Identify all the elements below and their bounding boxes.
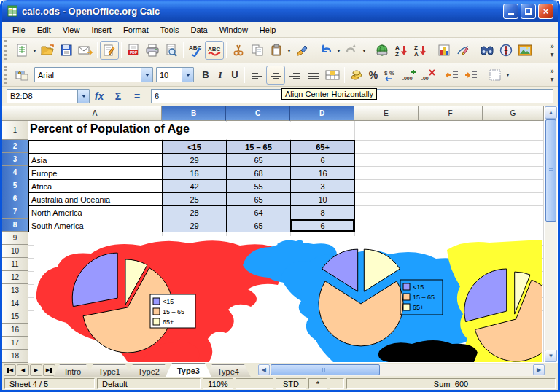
auto-spellcheck-button[interactable]: ABC [205, 41, 224, 60]
sheet-tab-type1[interactable]: Type1 [87, 364, 132, 377]
cell-a1-title[interactable]: Percent of Population of Age [30, 122, 343, 139]
cell-header-c2[interactable]: 15 – 65 [227, 141, 291, 154]
font-name-combo[interactable]: Arial [34, 67, 153, 82]
borders-dropdown[interactable]: ▼ [505, 66, 511, 85]
align-left-button[interactable] [247, 66, 266, 85]
row-header-1[interactable]: 1 [2, 121, 28, 140]
undo-dropdown[interactable]: ▼ [335, 41, 342, 60]
cell-value[interactable]: 64 [227, 206, 291, 219]
new-document-dropdown[interactable]: ▼ [31, 41, 38, 60]
cut-button[interactable] [229, 41, 248, 60]
insert-chart-button[interactable] [435, 41, 454, 60]
menu-tools[interactable]: Tools [155, 23, 185, 36]
cell-grid[interactable]: Percent of Population of Age <1515 – 656… [28, 121, 544, 362]
horizontal-scroll-thumb[interactable] [271, 364, 380, 375]
show-draw-functions-button[interactable] [454, 41, 472, 60]
hyperlink-button[interactable] [373, 41, 392, 60]
menu-file[interactable]: File [7, 23, 31, 36]
row-header-15[interactable]: 15 [2, 310, 28, 324]
align-center-button[interactable] [266, 66, 285, 85]
chart-object[interactable]: <1515 – 6565+<1515 – 6565+ [34, 236, 542, 362]
status-sum-indicator[interactable]: Sum=600 [346, 378, 556, 389]
increase-indent-button[interactable] [462, 66, 481, 85]
cell-value[interactable]: 29 [163, 219, 227, 232]
row-header-14[interactable]: 14 [2, 297, 28, 310]
sort-ascending-button[interactable]: AZ [392, 41, 411, 60]
menu-window[interactable]: Window [214, 23, 254, 36]
next-sheet-button[interactable]: ▶ [30, 364, 42, 376]
copy-button[interactable] [248, 41, 267, 60]
toolbar-grip[interactable] [4, 40, 9, 60]
row-header-3[interactable]: 3 [2, 153, 28, 166]
print-button[interactable] [143, 41, 162, 60]
styles-button[interactable] [12, 66, 31, 85]
sum-button[interactable]: Σ [109, 90, 128, 102]
cell-value[interactable]: 10 [291, 193, 355, 206]
column-header-b[interactable]: B [162, 106, 226, 121]
vertical-scroll-track[interactable] [545, 222, 557, 350]
cell-header-b2[interactable]: <15 [163, 141, 227, 154]
toolbar-overflow-button[interactable]: »▾ [546, 39, 558, 61]
cell-row-label[interactable]: Europe [29, 167, 163, 180]
row-header-9[interactable]: 9 [2, 232, 28, 245]
menu-help[interactable]: Help [254, 23, 282, 36]
vertical-scroll-thumb[interactable] [545, 119, 556, 222]
bold-button[interactable]: B [198, 66, 213, 85]
status-page-style[interactable]: Default [97, 378, 201, 389]
standard-format-button[interactable]: $% [381, 66, 400, 85]
cell-value[interactable]: 65 [227, 193, 291, 206]
sheet-tab-type3[interactable]: Type3 [166, 363, 211, 377]
email-button[interactable] [76, 41, 95, 60]
save-button[interactable] [57, 41, 76, 60]
scroll-down-button[interactable]: ▼ [545, 350, 557, 362]
redo-button[interactable] [342, 41, 361, 60]
row-header-18[interactable]: 18 [2, 350, 28, 363]
delete-decimal-button[interactable]: .00 [419, 66, 438, 85]
sheet-tab-type4[interactable]: Type4 [206, 364, 251, 377]
menu-insert[interactable]: Insert [85, 23, 117, 36]
status-selection-mode[interactable]: STD [276, 378, 306, 389]
sort-descending-button[interactable]: ZA [411, 41, 429, 60]
find-replace-button[interactable] [478, 41, 497, 60]
cell-row-label[interactable]: South America [29, 219, 163, 232]
cell-value[interactable]: 68 [227, 167, 291, 180]
scroll-up-button[interactable]: ▲ [545, 106, 557, 119]
cell-row-label[interactable]: Australia and Oceania [29, 193, 163, 206]
gallery-button[interactable] [516, 41, 534, 60]
percent-format-button[interactable]: % [366, 66, 381, 85]
paste-button[interactable] [267, 41, 286, 60]
vertical-scrollbar[interactable]: ▲ ▼ [545, 106, 557, 362]
status-insert-mode[interactable] [236, 378, 273, 389]
page-preview-button[interactable] [162, 41, 181, 60]
row-header-13[interactable]: 13 [2, 284, 28, 297]
scroll-right-button[interactable]: ▶ [533, 364, 545, 375]
cell-value[interactable]: 55 [227, 180, 291, 193]
font-name-dropdown[interactable] [141, 68, 152, 82]
borders-button[interactable] [486, 66, 505, 85]
sheet-tab-type2[interactable]: Type2 [126, 364, 171, 377]
open-button[interactable] [38, 41, 57, 60]
spellcheck-button[interactable]: ABC [186, 41, 205, 60]
select-all-corner[interactable] [2, 106, 28, 121]
add-decimal-button[interactable]: .000 [400, 66, 419, 85]
redo-dropdown[interactable]: ▼ [361, 41, 368, 60]
paste-dropdown[interactable]: ▼ [286, 41, 292, 60]
status-blank[interactable] [330, 378, 344, 389]
column-header-f[interactable]: F [419, 106, 483, 121]
cell-d8-active[interactable]: 6 [291, 219, 355, 232]
column-header-a[interactable]: A [28, 106, 162, 121]
cell-value[interactable]: 28 [163, 206, 227, 219]
close-button[interactable]: × [538, 4, 553, 19]
merge-cells-button[interactable] [323, 66, 342, 85]
title-bar[interactable]: calc.ods - OpenOffice.org Calc × [2, 0, 558, 22]
sheet-tab-intro[interactable]: Intro [53, 364, 93, 377]
maximize-button[interactable] [521, 4, 536, 19]
name-box[interactable]: B2:D8 [7, 89, 90, 103]
row-header-8[interactable]: 8 [2, 219, 28, 232]
row-header-12[interactable]: 12 [2, 271, 28, 284]
cell-value[interactable]: 8 [291, 206, 355, 219]
undo-button[interactable] [316, 41, 335, 60]
cell-value[interactable]: 65 [227, 219, 291, 232]
status-zoom-level[interactable]: 110% [203, 378, 233, 389]
scroll-left-button[interactable]: ◀ [258, 364, 270, 375]
